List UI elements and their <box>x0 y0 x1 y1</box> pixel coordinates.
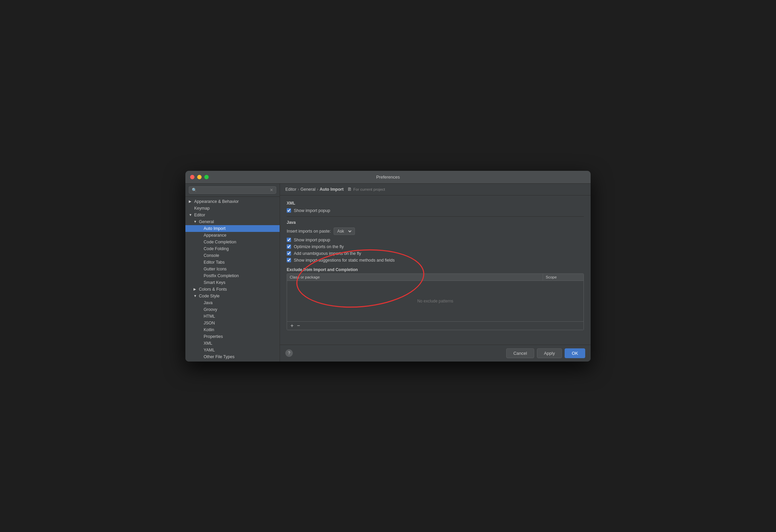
show-suggestions-row: Show import suggestions for static metho… <box>287 258 584 263</box>
arrow-icon: ▶ <box>193 287 198 291</box>
sidebar-item-properties[interactable]: Properties <box>185 333 280 340</box>
exclude-label: Exclude from Import and Completion <box>287 267 584 272</box>
th-scope: Scope <box>543 274 584 281</box>
java-section: Java Insert imports on paste: Ask All No… <box>287 220 584 263</box>
main-content: 🔍 ✕ ▶ Appearance & Behavior Keymap <box>185 184 591 362</box>
java-section-label: Java <box>287 220 584 225</box>
th-class: Class or package <box>287 274 543 281</box>
optimize-imports-row: Optimize imports on the fly <box>287 244 584 249</box>
sidebar-item-json[interactable]: JSON <box>185 320 280 326</box>
sidebar-item-keymap[interactable]: Keymap <box>185 205 280 212</box>
search-input-wrapper[interactable]: 🔍 ✕ <box>189 186 276 194</box>
optimize-imports-label: Optimize imports on the fly <box>294 244 344 249</box>
xml-show-import-popup-label: Show import popup <box>294 208 330 213</box>
add-unambiguous-checkbox[interactable] <box>287 251 291 256</box>
sidebar-item-java-style[interactable]: Java <box>185 299 280 306</box>
insert-imports-dropdown[interactable]: Ask All None <box>334 228 355 235</box>
sidebar-item-appearance-behavior[interactable]: ▶ Appearance & Behavior <box>185 198 280 205</box>
insert-imports-select[interactable]: Ask All None <box>336 229 353 234</box>
window-title: Preferences <box>376 175 400 180</box>
insert-imports-row: Insert imports on paste: Ask All None <box>287 228 584 235</box>
arrow-icon: ▼ <box>189 213 193 217</box>
sidebar-item-appearance[interactable]: Appearance <box>185 232 280 239</box>
sidebar-item-yaml[interactable]: YAML <box>185 347 280 353</box>
sidebar-item-code-style[interactable]: ▼ Code Style <box>185 293 280 299</box>
xml-section: XML Show import popup <box>287 201 584 213</box>
sidebar-item-auto-import[interactable]: Auto Import <box>185 225 280 232</box>
sidebar-item-html[interactable]: HTML <box>185 313 280 320</box>
project-link[interactable]: For current project <box>353 187 385 191</box>
breadcrumb-auto-import: Auto Import <box>319 187 343 192</box>
breadcrumb-sep-1: › <box>298 187 299 192</box>
sidebar-item-gutter-icons[interactable]: Gutter Icons <box>185 266 280 272</box>
exclude-table-body: No exclude patterns <box>287 281 584 321</box>
arrow-icon: ▼ <box>193 294 198 298</box>
show-suggestions-checkbox[interactable] <box>287 258 291 262</box>
breadcrumb-general: General <box>301 187 315 192</box>
no-patterns-label: No exclude patterns <box>417 299 454 303</box>
optimize-imports-checkbox[interactable] <box>287 244 291 249</box>
insert-imports-label: Insert imports on paste: <box>287 229 331 234</box>
sidebar-item-kotlin[interactable]: Kotlin <box>185 326 280 333</box>
clear-icon[interactable]: ✕ <box>270 188 273 192</box>
sidebar-item-xml-style[interactable]: XML <box>185 340 280 347</box>
content-area: Editor › General › Auto Import 🖹 For cur… <box>280 184 591 362</box>
maximize-button[interactable] <box>204 175 209 179</box>
breadcrumb-editor: Editor <box>285 187 296 192</box>
preferences-window: Preferences 🔍 ✕ ▶ Appearance & Behavior <box>185 171 591 362</box>
breadcrumb: Editor › General › Auto Import 🖹 For cur… <box>280 184 591 195</box>
xml-show-import-popup-checkbox[interactable] <box>287 208 291 213</box>
sidebar-item-code-folding[interactable]: Code Folding <box>185 245 280 252</box>
help-button[interactable]: ? <box>285 349 293 357</box>
close-button[interactable] <box>190 175 195 179</box>
sidebar-item-editor-tabs[interactable]: Editor Tabs <box>185 259 280 266</box>
ok-button[interactable]: OK <box>565 348 585 358</box>
sidebar-item-other-file-types[interactable]: Other File Types <box>185 353 280 360</box>
breadcrumb-icon: 🖹 <box>347 187 352 192</box>
sidebar-item-console[interactable]: Console <box>185 252 280 259</box>
show-import-popup-label: Show import popup <box>294 238 330 242</box>
minimize-button[interactable] <box>197 175 202 179</box>
exclude-section: Exclude from Import and Completion Class… <box>287 267 584 330</box>
apply-button[interactable]: Apply <box>537 348 562 358</box>
action-buttons: Cancel Apply OK <box>506 348 585 358</box>
show-import-popup-checkbox[interactable] <box>287 238 291 242</box>
sidebar-item-colors-fonts[interactable]: ▶ Colors & Fonts <box>185 286 280 293</box>
breadcrumb-sep-2: › <box>317 187 318 192</box>
sidebar-item-editor[interactable]: ▼ Editor <box>185 212 280 218</box>
cancel-button[interactable]: Cancel <box>506 348 534 358</box>
add-unambiguous-row: Add unambiguous imports on the fly <box>287 251 584 256</box>
xml-show-import-popup-row: Show import popup <box>287 208 584 213</box>
search-icon: 🔍 <box>192 188 197 192</box>
sidebar-item-smart-keys[interactable]: Smart Keys <box>185 279 280 286</box>
add-pattern-button[interactable]: + <box>290 323 294 328</box>
show-import-popup-row: Show import popup <box>287 238 584 242</box>
sidebar-item-postfix-completion[interactable]: Postfix Completion <box>185 272 280 279</box>
search-bar: 🔍 ✕ <box>185 184 280 197</box>
exclude-table: Class or package Scope No exclude patter… <box>287 273 584 330</box>
sidebar-item-general[interactable]: ▼ General <box>185 218 280 225</box>
add-unambiguous-label: Add unambiguous imports on the fly <box>294 251 361 256</box>
sidebar-item-code-completion[interactable]: Code Completion <box>185 239 280 245</box>
bottom-bar: ? Cancel Apply OK <box>280 345 591 362</box>
arrow-icon: ▶ <box>189 200 193 203</box>
exclude-table-header: Class or package Scope <box>287 274 584 281</box>
traffic-lights <box>190 175 209 179</box>
sidebar-item-groovy[interactable]: Groovy <box>185 306 280 313</box>
settings-panel: XML Show import popup Java Insert import… <box>280 195 591 345</box>
sidebar-tree: ▶ Appearance & Behavior Keymap ▼ Editor … <box>185 197 280 362</box>
arrow-icon: ▼ <box>193 220 198 223</box>
show-suggestions-label: Show import suggestions for static metho… <box>294 258 395 263</box>
remove-pattern-button[interactable]: − <box>296 323 301 328</box>
sidebar: 🔍 ✕ ▶ Appearance & Behavior Keymap <box>185 184 280 362</box>
xml-section-label: XML <box>287 201 584 206</box>
title-bar: Preferences <box>185 171 591 184</box>
search-input[interactable] <box>199 188 270 192</box>
exclude-table-footer: + − <box>287 321 584 330</box>
section-separator <box>287 216 584 217</box>
